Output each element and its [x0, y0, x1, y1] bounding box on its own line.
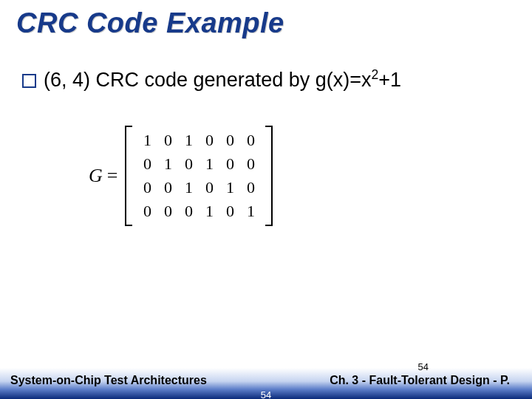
bullet-superscript: 2 — [371, 67, 378, 82]
matrix-equation: G = 1 0 1 0 0 0 0 1 0 1 0 0 0 0 1 0 1 — [89, 126, 273, 226]
bullet-suffix: +1 — [378, 69, 401, 91]
page-number-bottom: 54 — [261, 389, 271, 399]
matrix-cell: 1 — [205, 202, 214, 221]
matrix-cell: 1 — [164, 154, 172, 174]
matrix-cell: 0 — [205, 131, 214, 150]
footer-left-text: System-on-Chip Test Architectures — [10, 374, 207, 387]
footer-right-text: Ch. 3 - Fault-Tolerant Design - P. — [330, 374, 510, 387]
matrix-cell: 0 — [247, 178, 255, 197]
left-bracket-icon — [125, 126, 132, 226]
matrix-cell: 0 — [205, 178, 214, 197]
matrix-cell: 0 — [247, 131, 255, 150]
bullet-main: CRC code generated by g(x)=x — [90, 69, 371, 91]
bullet-square-icon — [22, 74, 36, 88]
matrix-cell: 0 — [164, 178, 172, 197]
matrix-cell: 0 — [164, 131, 172, 150]
page-number-top: 54 — [418, 361, 429, 372]
matrix-cell: 0 — [143, 202, 151, 221]
matrix-cell: 0 — [185, 202, 193, 221]
matrix-label: G — [89, 165, 103, 187]
matrix-cell: 0 — [164, 202, 172, 221]
matrix-cell: 0 — [226, 154, 234, 174]
matrix-cell: 1 — [185, 131, 193, 150]
equals-sign: = — [107, 165, 118, 187]
matrix-cell: 1 — [205, 154, 214, 174]
matrix-cell: 1 — [143, 131, 151, 150]
matrix-cell: 0 — [185, 154, 193, 174]
slide: CRC Code Example (6, 4) CRC code generat… — [0, 0, 532, 399]
bullet-text: (6, 4) CRC code generated by g(x)=x2+1 — [44, 68, 401, 93]
matrix-cell: 0 — [143, 178, 151, 197]
right-bracket-icon — [265, 126, 273, 226]
matrix-cell: 0 — [143, 154, 151, 174]
bullet-item: (6, 4) CRC code generated by g(x)=x2+1 — [22, 68, 401, 93]
matrix-cell: 0 — [226, 131, 234, 150]
matrix-cell: 1 — [226, 178, 234, 197]
matrix: 1 0 1 0 0 0 0 1 0 1 0 0 0 0 1 0 1 0 0 0 — [125, 126, 273, 226]
matrix-cell: 1 — [247, 202, 255, 221]
matrix-grid: 1 0 1 0 0 0 0 1 0 1 0 0 0 0 1 0 1 0 0 0 — [132, 126, 265, 226]
slide-title: CRC Code Example — [16, 7, 284, 39]
matrix-cell: 1 — [185, 178, 193, 197]
bullet-prefix: (6, 4) — [44, 69, 90, 91]
matrix-cell: 0 — [247, 154, 255, 174]
matrix-cell: 0 — [226, 202, 234, 221]
